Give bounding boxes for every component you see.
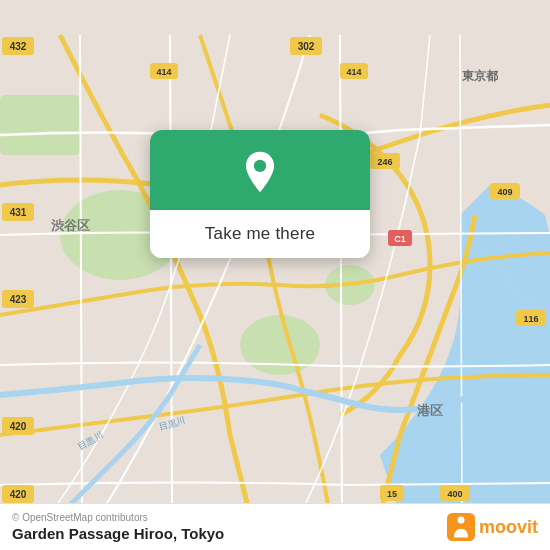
svg-point-38 xyxy=(254,160,266,172)
location-card: Take me there xyxy=(150,130,370,258)
svg-text:420: 420 xyxy=(10,489,27,500)
place-name: Garden Passage Hiroo, Tokyo xyxy=(12,525,224,542)
map-container: 432 431 302 414 414 246 C1 409 423 420 4… xyxy=(0,0,550,550)
svg-text:420: 420 xyxy=(10,421,27,432)
svg-text:15: 15 xyxy=(387,489,397,499)
attribution-text: © OpenStreetMap contributors xyxy=(12,512,224,523)
svg-rect-4 xyxy=(0,95,80,155)
bottom-left: © OpenStreetMap contributors Garden Pass… xyxy=(12,512,224,542)
svg-text:116: 116 xyxy=(523,314,538,324)
moovit-brand-icon xyxy=(447,513,475,541)
svg-text:400: 400 xyxy=(447,489,462,499)
take-me-there-button[interactable]: Take me there xyxy=(150,210,370,258)
svg-text:302: 302 xyxy=(298,41,315,52)
map-background: 432 431 302 414 414 246 C1 409 423 420 4… xyxy=(0,0,550,550)
svg-text:432: 432 xyxy=(10,41,27,52)
moovit-logo[interactable]: moovit xyxy=(447,513,538,541)
svg-text:東京都: 東京都 xyxy=(462,69,499,83)
card-header xyxy=(150,130,370,210)
bottom-bar: © OpenStreetMap contributors Garden Pass… xyxy=(0,503,550,550)
location-pin-icon xyxy=(238,150,282,194)
svg-text:C1: C1 xyxy=(394,234,406,244)
svg-text:渋谷区: 渋谷区 xyxy=(51,218,90,233)
moovit-text: moovit xyxy=(479,517,538,538)
svg-text:414: 414 xyxy=(156,67,171,77)
svg-text:港区: 港区 xyxy=(417,403,443,418)
svg-text:423: 423 xyxy=(10,294,27,305)
svg-text:431: 431 xyxy=(10,207,27,218)
svg-text:414: 414 xyxy=(346,67,361,77)
svg-text:246: 246 xyxy=(377,157,392,167)
svg-text:409: 409 xyxy=(497,187,512,197)
svg-point-40 xyxy=(457,517,464,524)
